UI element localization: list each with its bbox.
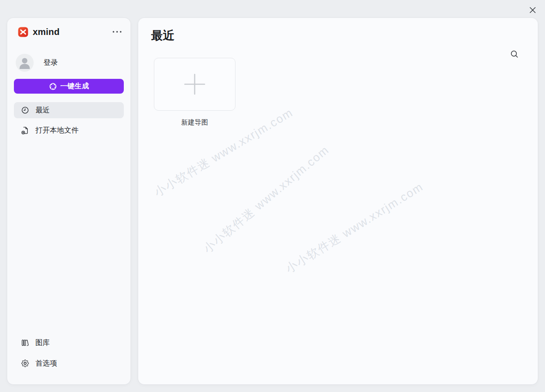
sidebar-item-label: 打开本地文件 xyxy=(35,126,78,135)
ai-swirl-icon xyxy=(49,82,57,90)
ai-generate-button[interactable]: 一键生成 xyxy=(14,79,124,94)
close-icon xyxy=(528,6,537,14)
sidebar-item-open-local-file[interactable]: 打开本地文件 xyxy=(14,122,124,138)
search-button[interactable] xyxy=(509,48,520,60)
login-label: 登录 xyxy=(44,58,58,68)
new-mindmap-label: 新建导图 xyxy=(154,118,235,127)
avatar xyxy=(16,54,34,72)
three-dots-icon xyxy=(112,30,123,33)
sidebar-nav: 最近 打开本地文件 xyxy=(14,102,124,142)
watermark: 小小软件迷 www.xxrjm.com xyxy=(200,142,332,257)
watermark: 小小软件迷 www.xxrjm.com xyxy=(283,179,426,276)
sidebar-item-recent[interactable]: 最近 xyxy=(14,102,124,118)
ai-generate-label: 一键生成 xyxy=(61,82,89,91)
login-button[interactable]: 登录 xyxy=(16,54,58,72)
new-mindmap-card[interactable] xyxy=(154,58,235,111)
clock-icon xyxy=(21,106,30,115)
page-title: 最近 xyxy=(151,28,174,43)
sidebar-item-preferences[interactable]: 首选项 xyxy=(14,355,124,371)
search-icon xyxy=(510,49,519,59)
gear-icon xyxy=(21,359,30,368)
xmind-logo-icon xyxy=(18,27,28,37)
close-button[interactable] xyxy=(528,5,537,15)
sidebar-item-label: 最近 xyxy=(35,106,50,115)
sidebar: xmind 登录 一键生成 xyxy=(7,18,131,384)
sidebar-item-gallery[interactable]: 图库 xyxy=(14,335,124,351)
overflow-menu-button[interactable] xyxy=(112,28,123,36)
plus-icon xyxy=(182,71,208,97)
main-panel: 最近 新建导图 小小软件迷 www.xxrjm.com 小小软件迷 www.xx… xyxy=(138,18,538,384)
brand-name: xmind xyxy=(33,27,60,37)
brand-row: xmind xyxy=(18,26,123,38)
file-plus-icon xyxy=(21,126,30,135)
person-icon xyxy=(16,54,34,72)
sidebar-item-label: 图库 xyxy=(35,338,50,348)
library-icon xyxy=(21,338,30,347)
sidebar-item-label: 首选项 xyxy=(35,359,57,368)
sidebar-footer: 图库 首选项 xyxy=(14,335,124,371)
